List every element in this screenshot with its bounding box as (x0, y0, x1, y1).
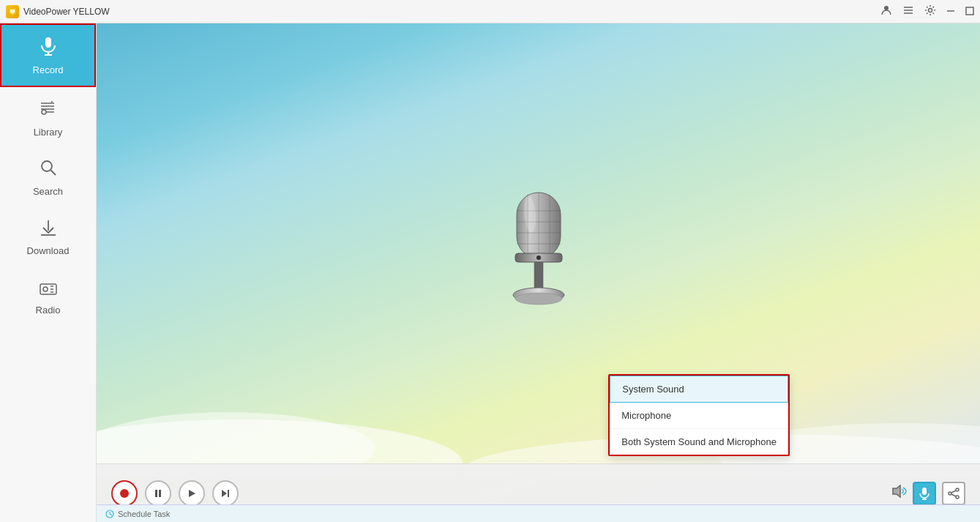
svg-line-58 (951, 494, 956, 496)
sidebar-item-library[interactable]: Library (0, 87, 96, 148)
svg-point-44 (120, 489, 129, 498)
minimize-icon[interactable] (946, 6, 955, 18)
main-layout: Record Library (0, 23, 980, 522)
svg-point-42 (515, 293, 562, 305)
next-button[interactable] (212, 480, 239, 507)
svg-rect-49 (228, 490, 229, 497)
sidebar-item-search[interactable]: Search (0, 148, 96, 207)
svg-point-2 (884, 6, 889, 10)
svg-point-55 (949, 492, 951, 495)
radio-icon (39, 277, 58, 300)
settings-icon[interactable] (924, 4, 936, 18)
sidebar-library-label: Library (34, 127, 63, 138)
svg-point-15 (42, 110, 46, 114)
volume-icon[interactable] (891, 483, 907, 503)
schedule-icon (105, 510, 114, 518)
microphone-image (495, 185, 583, 332)
svg-point-22 (43, 287, 48, 291)
svg-marker-50 (893, 485, 900, 497)
svg-line-61 (110, 514, 112, 515)
svg-line-57 (951, 491, 956, 493)
record-icon (38, 35, 59, 60)
dropdown-item-microphone[interactable]: Microphone (610, 403, 788, 429)
svg-rect-51 (922, 488, 927, 495)
record-button[interactable] (111, 480, 138, 507)
sidebar-item-record[interactable]: Record (0, 23, 96, 87)
svg-point-39 (536, 256, 541, 260)
svg-rect-45 (155, 490, 157, 497)
svg-marker-47 (189, 490, 195, 497)
app-logo (6, 5, 19, 18)
svg-point-6 (929, 9, 932, 12)
app-title: VideoPower YELLOW (23, 7, 110, 17)
sidebar: Record Library (0, 23, 97, 522)
titlebar: VideoPower YELLOW (0, 0, 980, 23)
svg-point-54 (956, 488, 959, 491)
pause-button[interactable] (145, 480, 171, 507)
svg-rect-8 (966, 7, 973, 15)
titlebar-controls (880, 4, 974, 18)
maximize-icon[interactable] (965, 6, 974, 18)
library-icon (38, 97, 59, 122)
schedule-bar: Schedule Task (97, 504, 980, 522)
titlebar-left: VideoPower YELLOW (6, 5, 110, 18)
sidebar-item-radio[interactable]: Radio (0, 266, 96, 326)
bottom-right-controls (891, 482, 965, 505)
content-area: System Sound Microphone Both System Soun… (97, 23, 980, 522)
playback-controls (111, 480, 239, 507)
sidebar-item-download[interactable]: Download (0, 207, 96, 266)
clouds-layer (97, 332, 980, 478)
download-icon (39, 217, 58, 241)
svg-rect-46 (159, 490, 161, 497)
svg-point-56 (956, 496, 959, 499)
schedule-label: Schedule Task (118, 510, 170, 518)
list-icon[interactable] (902, 4, 914, 18)
svg-marker-48 (222, 490, 227, 497)
svg-point-18 (42, 161, 52, 171)
svg-line-19 (51, 171, 56, 176)
sidebar-record-label: Record (33, 64, 64, 75)
share-button[interactable] (942, 482, 965, 505)
sidebar-search-label: Search (33, 186, 63, 197)
audio-source-button[interactable] (913, 482, 936, 505)
sidebar-radio-label: Radio (36, 305, 61, 316)
svg-rect-9 (45, 37, 51, 48)
audio-source-dropdown: System Sound Microphone Both System Soun… (608, 374, 790, 456)
user-icon[interactable] (880, 4, 892, 18)
search-icon (39, 158, 58, 182)
sidebar-download-label: Download (27, 245, 70, 256)
play-button[interactable] (179, 480, 205, 507)
dropdown-item-system-sound[interactable]: System Sound (610, 376, 788, 403)
dropdown-item-both[interactable]: Both System Sound and Microphone (610, 429, 788, 455)
